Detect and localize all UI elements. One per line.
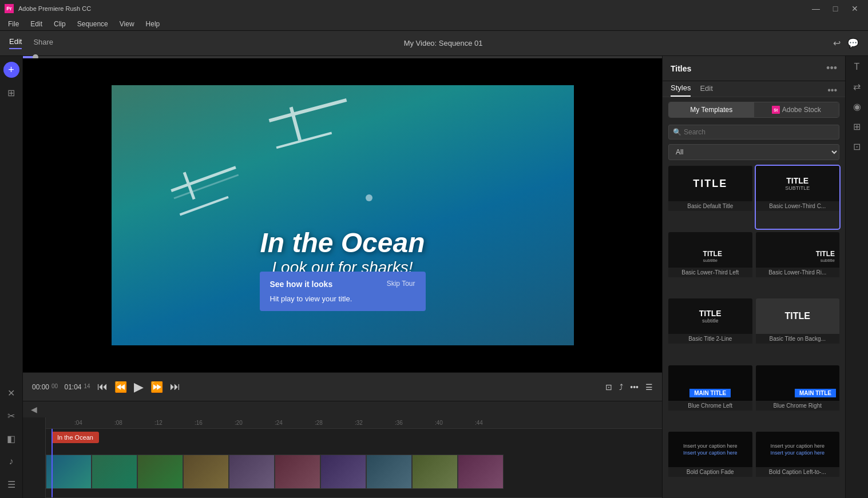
- template-bold-fade[interactable]: Insert your caption here Insert your cap…: [668, 432, 752, 495]
- template-thumb-lower-r: TITLE subtitle: [756, 232, 840, 268]
- template-preview-sub-2l: subtitle: [702, 318, 719, 324]
- menu-file[interactable]: File: [2, 19, 25, 29]
- menu-view[interactable]: View: [114, 19, 140, 29]
- transition-icon[interactable]: ◧: [3, 431, 19, 447]
- template-chrome-l[interactable]: MAIN TITLE Blue Chrome Left: [668, 365, 752, 428]
- template-preview-title-bg: TITLE: [785, 311, 810, 321]
- audio-icon[interactable]: ♪: [3, 453, 19, 469]
- subtab-styles[interactable]: Styles: [671, 83, 691, 97]
- template-preview-sub-lr: subtitle: [821, 258, 835, 263]
- header-nav-share[interactable]: Share: [33, 38, 53, 49]
- template-lower-l[interactable]: TITLE subtitle Basic Lower-Third Left: [668, 232, 752, 295]
- timeline-back-button[interactable]: ◀: [27, 404, 41, 415]
- title-clip[interactable]: In the Ocean: [51, 432, 99, 443]
- menu-edit[interactable]: Edit: [25, 19, 48, 29]
- boat-svg: [169, 97, 369, 240]
- template-thumb-lower-l: TITLE subtitle: [668, 232, 752, 268]
- filter-select[interactable]: All Lower Third Title Caption: [668, 144, 839, 160]
- adobe-logo: St: [772, 106, 780, 114]
- add-button[interactable]: +: [3, 62, 19, 78]
- time-total: 01:04: [65, 383, 82, 391]
- ruler-mark-9: :36: [395, 420, 403, 426]
- crop-icon[interactable]: ⊡: [853, 141, 861, 152]
- adobe-stock-tab[interactable]: St Adobe Stock: [754, 102, 839, 117]
- skip-forward-button[interactable]: ⏭: [170, 381, 180, 393]
- template-chrome-r[interactable]: MAIN TITLE Blue Chrome Right: [756, 365, 840, 428]
- skip-back-button[interactable]: ⏮: [97, 381, 108, 393]
- video-thumb-7: [320, 455, 366, 489]
- app-logo: Pr: [5, 4, 14, 13]
- grid-icon[interactable]: ⊞: [853, 121, 861, 132]
- template-basic-default[interactable]: TITLE Basic Default Title: [668, 166, 752, 229]
- menu-sequence[interactable]: Sequence: [72, 19, 114, 29]
- template-label-bold-fade: Bold Caption Fade: [668, 467, 752, 477]
- adobe-stock-label: Adobe Stock: [782, 106, 821, 114]
- close-button[interactable]: ✕: [846, 0, 863, 17]
- media-icon[interactable]: ⊞: [3, 85, 19, 101]
- play-button[interactable]: ▶: [134, 380, 144, 395]
- template-bold-left[interactable]: Insert your caption here Insert your cap…: [756, 432, 840, 495]
- ruler-mark-8: :32: [355, 420, 363, 426]
- overlay-title: In the Ocean: [112, 227, 574, 258]
- panel-title: Titles: [671, 64, 691, 73]
- template-lower-l-content: TITLE subtitle: [703, 250, 722, 263]
- minimize-button[interactable]: —: [807, 0, 825, 17]
- color-icon[interactable]: ◉: [853, 101, 861, 112]
- template-preview-title-cr: MAIN TITLE: [799, 390, 831, 396]
- main-layout: + ⊞ ✕ ✂ ◧ ♪ ☰: [0, 56, 868, 498]
- templates-grid: TITLE Basic Default Title TITLE SUBTITLE…: [663, 162, 845, 498]
- cut-icon[interactable]: ✂: [3, 408, 19, 424]
- ruler-mark-1: :04: [74, 420, 82, 426]
- video-thumb-4: [183, 455, 229, 489]
- tooltip-title: See how it looks: [270, 280, 333, 289]
- template-preview-sub-ll: subtitle: [703, 258, 722, 263]
- transform-icon[interactable]: ⇄: [853, 81, 861, 92]
- panel-more-icon[interactable]: •••: [826, 62, 837, 74]
- timeline-left: [23, 417, 46, 498]
- time-separator: [60, 383, 62, 391]
- template-thumb-bold-left: Insert your caption here Insert your cap…: [756, 432, 840, 467]
- template-lower-r[interactable]: TITLE subtitle Basic Lower-Third Ri...: [756, 232, 840, 295]
- header-nav-edit[interactable]: Edit: [9, 37, 22, 49]
- panel-toggle-button[interactable]: ☰: [645, 383, 653, 392]
- undo-icon[interactable]: ↩: [833, 38, 841, 49]
- step-back-button[interactable]: ⏪: [114, 381, 127, 393]
- list-icon[interactable]: ☰: [3, 476, 19, 492]
- text-icon[interactable]: T: [854, 62, 860, 72]
- search-icon: 🔍: [673, 128, 681, 136]
- tour-tooltip[interactable]: See how it looks Skip Tour Hit play to v…: [260, 272, 426, 311]
- step-forward-button[interactable]: ⏩: [150, 381, 163, 393]
- timeline-toolbar: ◀: [23, 401, 662, 417]
- delete-icon[interactable]: ✕: [3, 385, 19, 401]
- export-button[interactable]: ⤴: [619, 383, 623, 392]
- template-preview-title: TITLE: [693, 178, 727, 190]
- template-preview-caption-left: Insert your caption here: [770, 443, 825, 449]
- right-panel-header: Titles •••: [663, 56, 845, 81]
- template-filter: All Lower Third Title Caption: [668, 144, 839, 160]
- ruler-mark-11: :44: [475, 420, 483, 426]
- time-display: 00:00 00 01:04 14: [32, 383, 90, 391]
- ruler-mark-7: :28: [315, 420, 323, 426]
- comment-icon[interactable]: 💬: [847, 38, 859, 49]
- template-on-bg[interactable]: TITLE Basic Title on Backg...: [756, 298, 840, 361]
- svg-rect-5: [179, 196, 228, 216]
- menu-clip[interactable]: Clip: [48, 19, 72, 29]
- skip-tour-button[interactable]: Skip Tour: [387, 280, 415, 289]
- subtab-more-icon[interactable]: •••: [827, 85, 837, 95]
- menu-help[interactable]: Help: [140, 19, 166, 29]
- template-thumb-chrome-r: MAIN TITLE: [756, 365, 840, 401]
- safe-zone-button[interactable]: ⊡: [605, 383, 612, 392]
- video-thumb-10: [458, 455, 504, 489]
- my-templates-tab[interactable]: My Templates: [669, 102, 754, 117]
- subtab-edit[interactable]: Edit: [700, 84, 712, 96]
- template-label-chrome-l: Blue Chrome Left: [668, 401, 752, 411]
- time-current: 00:00: [32, 383, 49, 391]
- search-input[interactable]: [668, 125, 839, 140]
- template-lower-c[interactable]: TITLE SUBTITLE Basic Lower-Third C...: [756, 166, 840, 229]
- menubar: File Edit Clip Sequence View Help: [0, 17, 868, 31]
- maximize-button[interactable]: □: [827, 0, 844, 17]
- template-label-lower-r: Basic Lower-Third Ri...: [756, 268, 840, 277]
- more-options-button[interactable]: •••: [630, 383, 639, 392]
- chrome-bar-l: MAIN TITLE: [689, 389, 731, 397]
- template-2line[interactable]: TITLE subtitle Basic Title 2-Line: [668, 298, 752, 361]
